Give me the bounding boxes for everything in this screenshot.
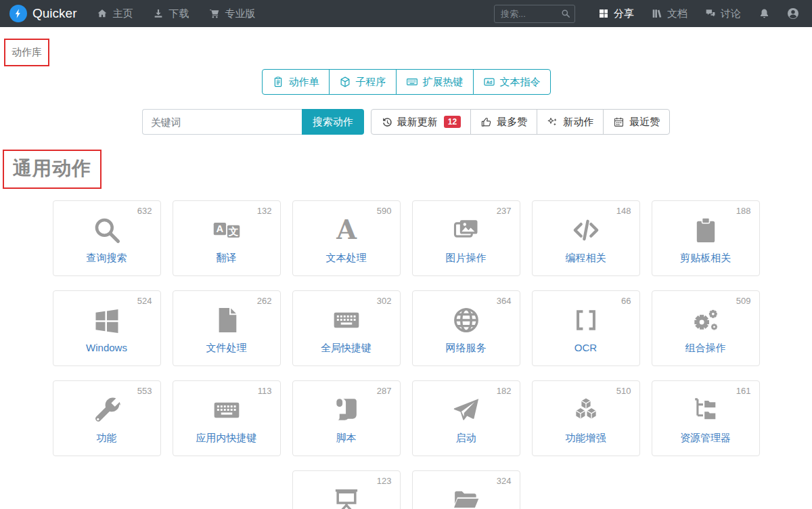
translate-icon [209,215,244,245]
history-icon [381,116,392,128]
search-icon[interactable] [561,9,570,18]
card-count: 287 [377,386,392,396]
card-label: Windows [53,342,160,353]
action-category-card[interactable]: 237 图片操作 [412,200,520,276]
card-label: 启动 [413,432,520,445]
update-count-badge: 12 [444,116,461,128]
action-category-card[interactable]: 287 脚本 [292,380,401,456]
code-icon [568,215,604,245]
download-icon [153,8,164,19]
sort-label: 最多赞 [497,116,527,129]
breadcrumb: 动作库 [12,46,42,58]
notifications-button[interactable] [759,8,770,20]
action-category-card[interactable]: 132 翻译 [173,200,281,276]
card-label: OCR [533,342,639,353]
nav-item-download[interactable]: 下载 [153,7,189,20]
sort-latest-updates-button[interactable]: 最新更新 12 [371,109,471,135]
quicker-logo [9,5,27,22]
card-label: 资源管理器 [652,432,759,445]
tab-text-command[interactable]: 文本指令 [473,69,551,95]
card-count: 148 [616,206,631,216]
navbar-search [494,5,575,23]
action-category-card[interactable]: 364 网络服务 [412,290,520,366]
action-category-card[interactable]: 302 全局快捷键 [292,290,401,366]
card-count: 632 [137,206,152,216]
action-category-card[interactable]: 161 资源管理器 [652,380,760,456]
nav-item-docs[interactable]: 文档 [652,7,687,20]
tab-label: 子程序 [356,76,386,89]
card-label: 查询搜索 [53,252,160,265]
card-count: 123 [377,476,392,486]
presentation-icon [332,485,361,509]
search-actions-button[interactable]: 搜索动作 [302,109,364,135]
action-category-card[interactable]: 182 启动 [412,380,520,456]
card-label: 文件处理 [173,342,280,355]
sort-recently-liked-button[interactable]: 最近赞 [603,109,670,135]
card-count: 262 [257,296,272,306]
sort-label: 最近赞 [629,116,660,129]
action-category-card[interactable]: 509 组合操作 [652,290,760,366]
action-category-card[interactable]: 148 编程相关 [532,200,640,276]
annotation-box-section: 通用动作 [3,150,102,189]
folder-open-icon [451,485,481,509]
nav-item-home[interactable]: 主页 [97,7,133,20]
keyboard-icon [406,76,418,88]
keyboard-icon [329,305,364,335]
nav-item-label: 主页 [112,7,133,20]
thumbs-up-icon [480,116,492,128]
calendar-icon [613,116,625,128]
nav-item-label: 下载 [168,7,189,20]
cubes-icon [571,395,601,425]
action-category-card[interactable]: 510 功能增强 [532,380,640,456]
sort-button-group: 最新更新 12 最多赞 新动作 最近赞 [371,109,670,135]
tab-label: 动作单 [289,76,319,89]
ad-icon [483,76,495,88]
main-content: 动作库 动作单 子程序 扩展热键 文本指令 搜索动作 最新更新 12 [0,27,812,509]
nav-item-label: 分享 [614,7,634,20]
nav-item-share[interactable]: 分享 [598,7,634,20]
action-category-card[interactable]: 590 文本处理 [292,200,401,276]
action-category-card[interactable]: 632 查询搜索 [53,200,161,276]
folder-tree-icon [691,395,721,425]
sort-most-liked-button[interactable]: 最多赞 [470,109,537,135]
tab-extended-hotkey[interactable]: 扩展热键 [396,69,474,95]
action-category-card[interactable]: 123 [292,470,401,509]
keyword-input[interactable] [142,109,302,135]
card-label: 脚本 [293,432,400,445]
card-count: 524 [137,296,152,306]
keyboard-icon [209,395,244,425]
card-label: 编程相关 [533,252,639,265]
sort-label: 新动作 [563,116,593,129]
nav-item-discuss[interactable]: 讨论 [705,7,741,20]
card-count: 237 [497,206,512,216]
sort-label: 最新更新 [397,116,438,129]
card-count: 66 [621,296,631,306]
tab-action-list[interactable]: 动作单 [262,69,330,95]
nav-item-pro[interactable]: 专业版 [209,7,255,20]
section-title: 通用动作 [13,156,91,181]
action-category-card[interactable]: 66 OCR [532,290,640,366]
sort-new-actions-button[interactable]: 新动作 [537,109,604,135]
action-category-card[interactable]: 524 Windows [53,290,161,366]
action-category-card[interactable]: 262 文件处理 [173,290,281,366]
card-count: 302 [377,296,392,306]
card-count: 182 [497,386,512,396]
action-grid: 632 查询搜索 132 翻译 590 文本处理 237 图片操作 148 编程… [40,200,772,509]
card-count: 509 [736,296,751,306]
bell-icon [759,8,770,20]
tab-subroutine[interactable]: 子程序 [329,69,397,95]
font-icon [333,215,360,245]
library-tabs: 动作单 子程序 扩展热键 文本指令 [0,69,812,95]
books-icon [652,8,662,19]
windows-icon [92,305,122,335]
card-label: 翻译 [173,252,280,265]
nav-item-label: 专业版 [225,7,255,20]
account-button[interactable] [786,7,800,20]
action-category-card[interactable]: 188 剪贴板相关 [652,200,760,276]
action-category-card[interactable]: 113 应用内快捷键 [173,380,281,456]
brand-link[interactable]: Quicker [9,5,76,22]
card-label: 组合操作 [652,342,759,355]
card-label: 图片操作 [413,252,520,265]
action-category-card[interactable]: 324 [412,470,520,509]
action-category-card[interactable]: 553 功能 [53,380,161,456]
